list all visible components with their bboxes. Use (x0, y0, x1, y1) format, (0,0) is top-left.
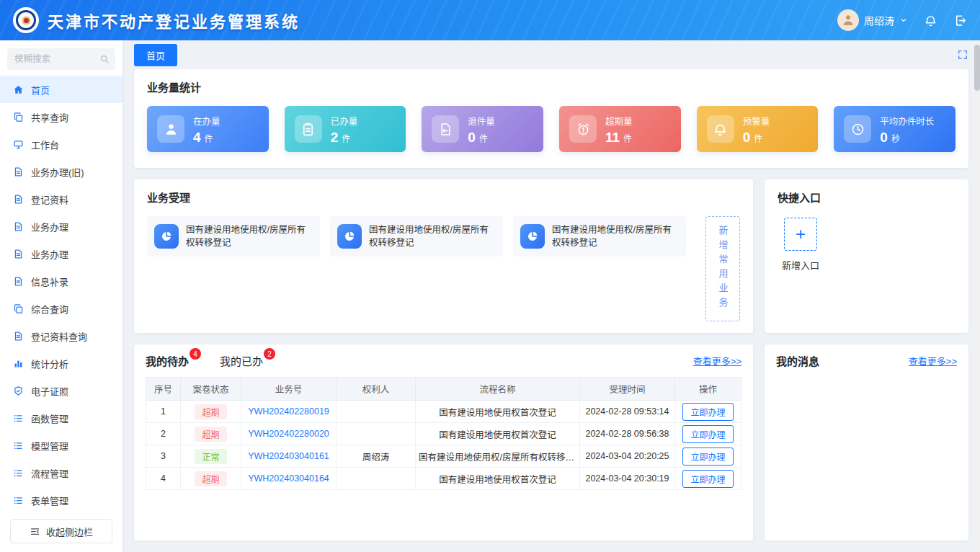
logout-button[interactable] (953, 14, 967, 27)
menu-item-label: 信息补录 (31, 275, 68, 288)
acceptance-section-title: 业务受理 (147, 190, 740, 205)
stat-unit: 件 (342, 132, 350, 144)
sidebar-menu-item[interactable]: 登记资料 (0, 185, 122, 213)
sidebar-menu-item[interactable]: 统计分析 (0, 350, 122, 377)
cell-accept-time: 2024-02-28 09:56:38 (580, 423, 675, 445)
handle-now-button[interactable]: 立即办理 (682, 403, 733, 421)
main-area: 首页 业务量统计 (122, 40, 980, 552)
view-more-messages-link[interactable]: 查看更多>> (909, 354, 957, 368)
table-header-cell: 序号 (146, 378, 181, 401)
business-no-link[interactable]: YWH202402280020 (248, 429, 329, 439)
app-window: 天津市不动产登记业务管理系统 周绍涛 (0, 0, 980, 552)
collapse-label: 收起侧边栏 (46, 525, 93, 538)
table-header-cell: 案卷状态 (181, 378, 241, 401)
header-actions: 周绍涛 (837, 9, 967, 31)
sidebar-menu-item[interactable]: 业务办理(旧) (0, 158, 122, 185)
handle-now-button[interactable]: 立即办理 (682, 448, 733, 466)
todo-tab[interactable]: 我的已办 2 (220, 353, 275, 368)
sidebar-menu-item[interactable]: 登记资料查询 (0, 322, 122, 350)
handle-now-button[interactable]: 立即办理 (682, 470, 733, 488)
sidebar-menu-item[interactable]: 共享查询 (0, 103, 122, 130)
acceptance-item[interactable]: 国有建设用地使用权/房屋所有权转移登记 (513, 216, 686, 257)
sidebar-menu-item[interactable]: 首页 (0, 76, 122, 103)
todo-tab[interactable]: 我的待办 4 (146, 353, 201, 368)
user-name: 周绍涛 (864, 13, 894, 27)
sidebar-search (7, 48, 115, 70)
brand: 天津市不动产登记业务管理系统 (13, 7, 300, 33)
menu-item-icon (13, 112, 24, 123)
menu-item-icon (13, 468, 24, 478)
handle-now-button[interactable]: 立即办理 (682, 425, 733, 443)
cell-flow-name: 国有建设用地使用权首次登记 (416, 401, 580, 423)
sidebar-menu-item[interactable]: 流程管理 (0, 459, 122, 486)
cell-business-no: YWH202402280019 (241, 401, 337, 423)
sidebar-menu-item[interactable]: 业务办理 (0, 213, 122, 240)
acceptance-item[interactable]: 国有建设用地使用权/房屋所有权转移登记 (147, 216, 320, 257)
cell-holder: 周绍涛 (337, 445, 416, 468)
cell-flow-name: 国有建设用地使用权/房屋所有权转移登记 (416, 445, 580, 468)
quick-entry-body: + 新增入口 (782, 218, 819, 272)
view-more-todo-link[interactable]: 查看更多>> (693, 354, 741, 368)
status-badge: 超期 (195, 404, 226, 419)
menu-item-label: 共享查询 (31, 110, 68, 124)
messages-section: 我的消息 查看更多>> (765, 344, 968, 540)
stat-card: 在办量 4 件 (147, 106, 269, 152)
stat-value: 0 (880, 130, 888, 144)
user-menu[interactable]: 周绍涛 (837, 9, 908, 31)
acceptance-item-label: 国有建设用地使用权/房屋所有权转移登记 (186, 223, 313, 249)
sidebar-menu-item[interactable]: 信息补录 (0, 267, 122, 295)
quick-entry-title: 快捷入口 (778, 190, 956, 205)
cell-holder (337, 401, 416, 423)
menu-item-icon (13, 221, 24, 232)
stat-value: 11 (605, 130, 620, 144)
fullscreen-toggle-icon[interactable] (957, 49, 968, 61)
stat-label: 退件量 (468, 114, 495, 128)
sidebar-menu-item[interactable]: 综合查询 (0, 295, 122, 322)
notifications-button[interactable] (924, 14, 937, 27)
app-title: 天津市不动产登记业务管理系统 (48, 9, 300, 32)
dashboard-content: 业务量统计 在办量 4 件 (122, 69, 980, 552)
cell-index: 3 (146, 445, 181, 468)
sidebar-menu-item[interactable]: 业务办理 (0, 240, 122, 267)
cell-index: 1 (146, 401, 181, 423)
cell-status: 超期 (181, 468, 241, 490)
sidebar-menu-item[interactable]: 工作台 (0, 130, 122, 158)
status-badge: 超期 (195, 471, 226, 486)
scrollbar-thumb[interactable] (974, 45, 980, 91)
sidebar-menu-item[interactable]: 模型管理 (0, 432, 122, 459)
add-common-business-button[interactable]: 新增常用业务 (705, 216, 740, 321)
business-no-link[interactable]: YWH202403040164 (248, 473, 329, 484)
stat-card: 已办量 2 件 (285, 106, 406, 152)
add-entry-label: 新增入口 (782, 258, 819, 272)
pie-chart-icon (154, 224, 179, 249)
menu-item-label: 函数管理 (31, 411, 68, 425)
stat-value: 4 (193, 130, 201, 144)
sidebar-menu-item[interactable]: 函数管理 (0, 404, 122, 432)
tab-home[interactable]: 首页 (134, 44, 177, 66)
business-no-link[interactable]: YWH202402280019 (248, 406, 329, 417)
window-scrollbar[interactable] (974, 40, 980, 552)
sidebar-menu-item[interactable]: 电子证照 (0, 377, 122, 404)
table-row: 2 超期 YWH202402280020 国有建设用地使用权首 (146, 423, 741, 445)
stat-unit: 件 (623, 132, 632, 144)
acceptance-item[interactable]: 国有建设用地使用权/房屋所有权转移登记 (330, 216, 503, 257)
stat-unit: 件 (754, 132, 762, 144)
stat-label: 平均办件时长 (880, 114, 934, 128)
table-header-cell: 受理时间 (580, 378, 675, 401)
menu-item-label: 表单管理 (31, 494, 68, 507)
collapse-sidebar-button[interactable]: 收起侧边栏 (10, 519, 112, 543)
menu-item-label: 流程管理 (31, 466, 68, 480)
add-entry-button[interactable]: + (784, 218, 817, 251)
stat-label: 在办量 (193, 114, 220, 128)
cell-flow-name: 国有建设用地使用权首次登记 (416, 423, 580, 445)
menu-item-icon (13, 440, 24, 451)
stat-value: 2 (331, 130, 339, 144)
cell-business-no: YWH202402280020 (241, 423, 337, 445)
acceptance-section: 业务受理 国有建设用地使用权/房屋所有权转移登记 (134, 179, 753, 333)
app-logo-icon (13, 7, 39, 33)
todo-table: 序号 案卷状态 业务号 权利人 流程名称 (146, 377, 741, 490)
tab-bar: 首页 (122, 40, 980, 69)
sidebar-menu-item[interactable]: 表单管理 (0, 486, 122, 513)
menu-item-icon (13, 413, 24, 424)
business-no-link[interactable]: YWH202403040161 (248, 451, 329, 461)
